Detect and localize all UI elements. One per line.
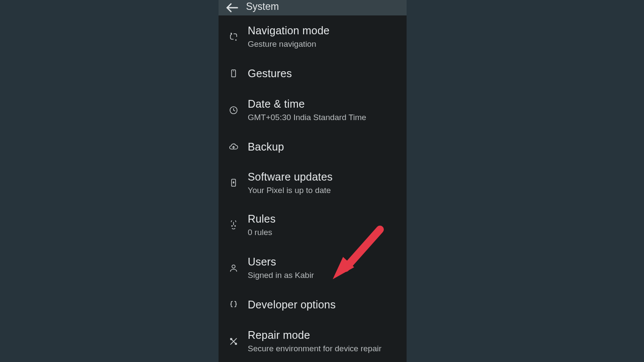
item-title: Repair mode	[248, 329, 401, 341]
item-subtitle: 0 rules	[248, 227, 401, 238]
page-title: System	[246, 1, 279, 12]
clock-icon	[225, 106, 248, 115]
navigation-icon	[225, 32, 248, 42]
item-subtitle: Your Pixel is up to date	[248, 185, 401, 196]
item-title: Navigation mode	[248, 24, 401, 37]
item-backup[interactable]: Backup	[219, 132, 407, 162]
svg-point-1	[231, 33, 231, 33]
cloud-upload-icon	[225, 142, 248, 151]
item-users[interactable]: Users Signed in as Kabir	[219, 247, 407, 290]
svg-point-2	[236, 39, 236, 40]
item-navigation-mode[interactable]: Navigation mode Gesture navigation	[219, 15, 407, 58]
item-title: Rules	[248, 213, 401, 225]
item-rules[interactable]: Rules 0 rules	[219, 204, 407, 247]
item-subtitle: Gesture navigation	[248, 39, 401, 49]
item-subtitle: GMT+05:30 India Standard Time	[248, 112, 401, 123]
item-repair-mode[interactable]: Repair mode Secure environment for devic…	[219, 320, 407, 362]
svg-point-10	[235, 226, 236, 226]
svg-point-9	[231, 226, 232, 226]
app-bar: System	[219, 0, 407, 15]
item-subtitle: Secure environment for device repair	[248, 344, 401, 354]
item-developer-options[interactable]: Developer options	[219, 290, 407, 320]
item-date-time[interactable]: Date & time GMT+05:30 India Standard Tim…	[219, 89, 407, 132]
item-title: Software updates	[248, 171, 401, 183]
system-update-icon	[225, 178, 248, 187]
phone-gesture-icon	[225, 69, 248, 78]
item-gestures[interactable]: Gestures	[219, 58, 407, 89]
item-software-updates[interactable]: Software updates Your Pixel is up to dat…	[219, 162, 407, 204]
system-settings-screen: System Navigation mode Gesture navigatio…	[219, 0, 407, 362]
item-title: Date & time	[248, 98, 401, 110]
settings-list: Navigation mode Gesture navigation Gestu…	[219, 15, 407, 362]
user-icon	[225, 263, 248, 273]
item-title: Backup	[248, 141, 401, 153]
item-subtitle: Signed in as Kabir	[248, 270, 401, 281]
item-title: Gestures	[248, 67, 401, 80]
tools-icon	[225, 337, 248, 346]
rules-icon	[225, 220, 248, 230]
item-title: Developer options	[248, 299, 401, 311]
item-title: Users	[248, 256, 401, 268]
back-button[interactable]	[225, 0, 240, 15]
svg-point-11	[232, 265, 235, 268]
braces-icon	[225, 300, 248, 309]
